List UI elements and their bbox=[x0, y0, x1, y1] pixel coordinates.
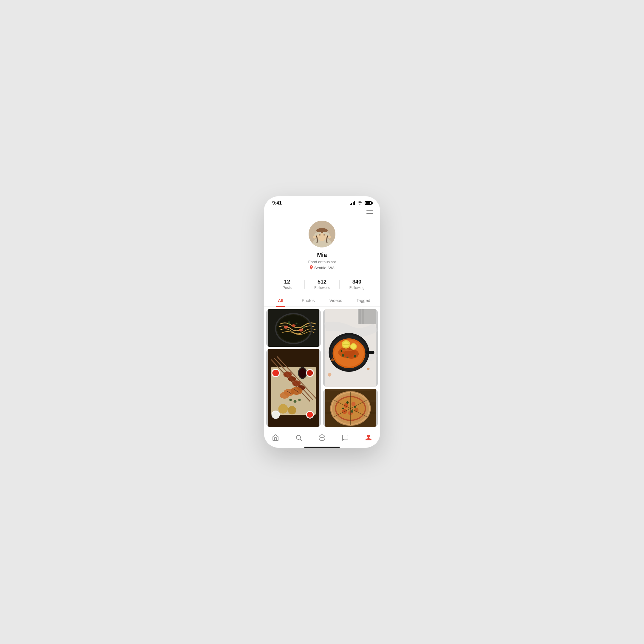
add-icon bbox=[318, 434, 326, 441]
bottom-nav bbox=[264, 429, 380, 445]
svg-point-17 bbox=[296, 323, 298, 324]
svg-point-94 bbox=[296, 435, 301, 439]
svg-point-18 bbox=[303, 326, 305, 328]
svg-point-13 bbox=[284, 326, 289, 329]
battery-icon bbox=[365, 201, 372, 205]
svg-point-38 bbox=[347, 357, 349, 358]
svg-point-40 bbox=[341, 350, 343, 352]
grid-item-noodles[interactable] bbox=[266, 309, 321, 347]
username: Mia bbox=[317, 252, 327, 258]
grid-item-bbq[interactable] bbox=[266, 349, 321, 427]
svg-rect-41 bbox=[366, 351, 374, 354]
svg-point-8 bbox=[313, 236, 316, 239]
nav-add[interactable] bbox=[314, 433, 330, 442]
svg-point-62 bbox=[278, 404, 288, 414]
svg-point-36 bbox=[351, 344, 356, 349]
followers-label: Followers bbox=[314, 286, 329, 290]
svg-point-42 bbox=[331, 358, 334, 361]
menu-button[interactable] bbox=[365, 209, 374, 215]
svg-point-67 bbox=[307, 370, 313, 376]
stat-followers[interactable]: 512 Followers bbox=[305, 279, 339, 290]
wifi-icon bbox=[357, 200, 362, 206]
stat-posts[interactable]: 12 Posts bbox=[270, 279, 304, 290]
svg-point-61 bbox=[299, 368, 306, 378]
svg-point-12 bbox=[277, 315, 310, 342]
svg-rect-24 bbox=[363, 309, 364, 324]
nav-messages[interactable] bbox=[337, 433, 354, 442]
nav-home[interactable] bbox=[267, 433, 284, 442]
svg-point-89 bbox=[351, 410, 353, 413]
svg-point-69 bbox=[307, 412, 313, 418]
svg-line-95 bbox=[300, 439, 302, 441]
followers-count: 512 bbox=[318, 279, 326, 285]
nav-profile[interactable] bbox=[360, 433, 377, 442]
following-label: Following bbox=[349, 286, 365, 290]
location-text: Seattle, WA bbox=[314, 266, 335, 270]
profile-section: Mia Food enthusiast Seattle, WA bbox=[264, 218, 380, 275]
svg-rect-6 bbox=[319, 234, 321, 236]
svg-point-16 bbox=[288, 321, 290, 324]
svg-point-74 bbox=[298, 399, 301, 401]
svg-point-57 bbox=[280, 392, 290, 399]
grid-item-pizza[interactable] bbox=[323, 389, 378, 427]
location: Seattle, WA bbox=[309, 265, 335, 270]
svg-point-39 bbox=[354, 355, 356, 357]
svg-point-72 bbox=[294, 400, 297, 403]
tab-all[interactable]: All bbox=[267, 295, 295, 306]
tab-tagged[interactable]: Tagged bbox=[350, 295, 377, 306]
svg-point-86 bbox=[346, 401, 349, 404]
status-icons bbox=[350, 200, 372, 206]
svg-rect-7 bbox=[323, 234, 325, 236]
svg-point-88 bbox=[342, 408, 344, 409]
svg-point-43 bbox=[367, 368, 370, 370]
status-bar: 9:41 bbox=[264, 196, 380, 208]
location-pin-icon bbox=[309, 265, 313, 270]
svg-point-73 bbox=[290, 399, 292, 401]
grid-item-curry[interactable] bbox=[323, 309, 378, 387]
stats-row: 12 Posts 512 Followers 340 Following bbox=[264, 275, 380, 295]
svg-point-71 bbox=[273, 411, 279, 418]
tab-videos[interactable]: Videos bbox=[322, 295, 350, 306]
status-time: 9:41 bbox=[272, 200, 282, 206]
home-icon bbox=[272, 434, 279, 441]
posts-count: 12 bbox=[284, 279, 290, 285]
home-indicator bbox=[304, 447, 340, 448]
svg-point-9 bbox=[328, 236, 331, 239]
svg-point-37 bbox=[342, 354, 344, 357]
svg-point-15 bbox=[292, 324, 296, 327]
messages-icon bbox=[342, 434, 349, 441]
svg-point-44 bbox=[328, 373, 332, 377]
photo-grid bbox=[264, 307, 380, 429]
avatar bbox=[309, 221, 335, 247]
signal-icon bbox=[350, 201, 355, 205]
posts-label: Posts bbox=[283, 286, 292, 290]
nav-search[interactable] bbox=[290, 433, 307, 442]
tabs-row: All Photos Videos Tagged bbox=[264, 295, 380, 307]
svg-point-14 bbox=[299, 329, 304, 332]
svg-point-63 bbox=[288, 406, 296, 414]
svg-point-65 bbox=[273, 370, 279, 376]
bio: Food enthusiast bbox=[308, 260, 336, 264]
svg-point-82 bbox=[352, 402, 356, 406]
profile-icon bbox=[365, 434, 372, 441]
following-count: 340 bbox=[352, 279, 361, 285]
phone-frame: 9:41 bbox=[264, 196, 380, 448]
tab-photos[interactable]: Photos bbox=[295, 295, 322, 306]
stat-following[interactable]: 340 Following bbox=[340, 279, 374, 290]
svg-rect-23 bbox=[360, 309, 361, 324]
header bbox=[264, 208, 380, 218]
search-icon bbox=[295, 434, 302, 441]
